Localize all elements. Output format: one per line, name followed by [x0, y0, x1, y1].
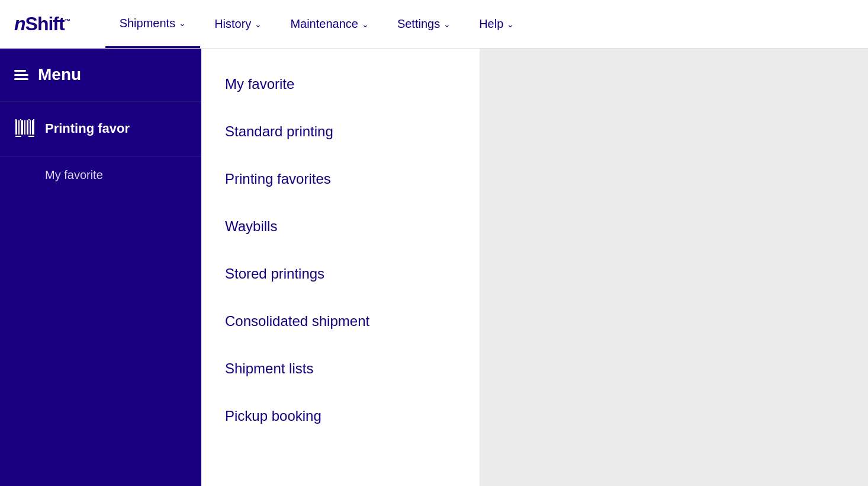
right-content-area: [480, 49, 868, 486]
main-nav: Shipments ⌄ History ⌄ Maintenance ⌄ Sett…: [105, 0, 529, 48]
dropdown-item-waybills[interactable]: Waybills: [201, 203, 480, 250]
dropdown-item-consolidated-shipment[interactable]: Consolidated shipment: [201, 298, 480, 345]
nav-item-help[interactable]: Help ⌄: [465, 0, 528, 48]
hamburger-line-3: [14, 78, 28, 80]
svg-rect-7: [15, 136, 21, 137]
nav-item-settings[interactable]: Settings ⌄: [383, 0, 465, 48]
svg-rect-8: [28, 136, 34, 137]
dropdown-item-shipment-lists[interactable]: Shipment lists: [201, 345, 480, 392]
chevron-down-icon: ⌄: [255, 20, 262, 29]
svg-rect-12: [33, 119, 34, 125]
menu-label: Menu: [38, 65, 81, 84]
dropdown-item-label: Printing favorites: [225, 171, 331, 187]
dropdown-menu: My favorite Standard printing Printing f…: [201, 49, 480, 486]
nav-label-help: Help: [479, 17, 503, 31]
dropdown-item-label: Waybills: [225, 218, 277, 234]
sidebar-sub-item-label: My favorite: [45, 168, 103, 181]
nav-label-history: History: [214, 17, 251, 31]
dropdown-item-my-favorite[interactable]: My favorite: [201, 60, 480, 108]
nav-label-shipments: Shipments: [120, 17, 176, 30]
dropdown-item-label: Stored printings: [225, 266, 324, 282]
dropdown-item-stored-printings[interactable]: Stored printings: [201, 250, 480, 298]
sidebar-item-label: Printing favor: [45, 121, 130, 136]
nav-item-maintenance[interactable]: Maintenance ⌄: [276, 0, 383, 48]
dropdown-item-pickup-booking[interactable]: Pickup booking: [201, 392, 480, 440]
svg-rect-3: [24, 120, 25, 135]
dropdown-item-label: My favorite: [225, 76, 294, 92]
menu-header[interactable]: Menu: [0, 49, 201, 101]
dropdown-item-label: Pickup booking: [225, 408, 322, 424]
svg-rect-9: [15, 119, 17, 125]
dropdown-item-label: Consolidated shipment: [225, 313, 369, 329]
nav-item-history[interactable]: History ⌄: [200, 0, 276, 48]
nav-label-maintenance: Maintenance: [290, 17, 358, 31]
hamburger-line-1: [14, 70, 26, 72]
svg-rect-5: [30, 120, 31, 135]
dropdown-item-label: Shipment lists: [225, 360, 313, 376]
barcode-icon: [14, 118, 36, 139]
svg-rect-1: [18, 120, 20, 135]
dropdown-item-printing-favorites[interactable]: Printing favorites: [201, 155, 480, 203]
svg-rect-2: [21, 120, 23, 135]
svg-rect-4: [27, 120, 28, 135]
nav-label-settings: Settings: [397, 17, 440, 31]
logo-text: nShift™: [14, 13, 70, 35]
logo[interactable]: nShift™: [14, 13, 70, 35]
dropdown-item-label: Standard printing: [225, 123, 333, 139]
hamburger-line-2: [14, 74, 28, 76]
main-content: Menu Printing favor My favorite: [0, 49, 868, 486]
chevron-down-icon: ⌄: [362, 20, 369, 29]
svg-rect-10: [20, 119, 21, 120]
sidebar-sub-item-my-favorite[interactable]: My favorite: [0, 156, 201, 194]
chevron-down-icon: ⌄: [179, 18, 186, 28]
topbar: nShift™ Shipments ⌄ History ⌄ Maintenanc…: [0, 0, 868, 49]
nav-item-shipments[interactable]: Shipments ⌄: [105, 0, 201, 48]
hamburger-icon[interactable]: [14, 70, 28, 80]
sidebar-item-printing-favorites[interactable]: Printing favor: [0, 101, 201, 156]
dropdown-item-standard-printing[interactable]: Standard printing: [201, 108, 480, 155]
svg-rect-11: [28, 119, 30, 120]
chevron-down-icon: ⌄: [443, 20, 451, 29]
chevron-down-icon: ⌄: [507, 20, 514, 29]
sidebar: Menu Printing favor My favorite: [0, 49, 201, 486]
